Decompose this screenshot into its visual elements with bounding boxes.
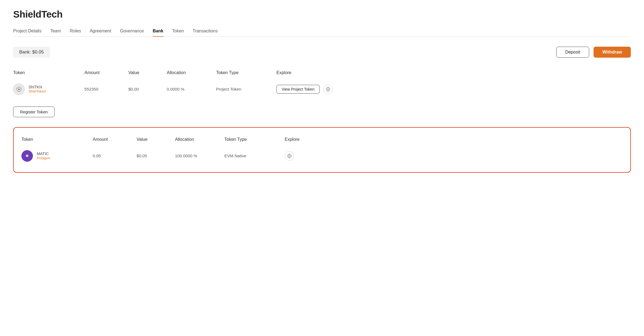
tab-governance[interactable]: Governance [120, 29, 144, 37]
tab-token[interactable]: Token [172, 29, 184, 37]
col-header-amount: Amount [84, 68, 128, 80]
col-header-allocation: Allocation [167, 68, 216, 80]
col-header-explore-2: Explore [285, 134, 623, 146]
token-name-shie: ShieToken [29, 89, 46, 93]
tabs-nav: Project Details Team Roles Agreement Gov… [13, 29, 631, 37]
token-icon-matic [21, 150, 33, 162]
table-row: ShiTKN ShieToken 552350 $0.00 0.0000 % P… [13, 80, 631, 99]
token-symbol-shie: ShiTKN [29, 85, 46, 89]
col-header-token-2: Token [21, 134, 93, 146]
tab-transactions[interactable]: Transactions [193, 29, 218, 37]
tab-project-details[interactable]: Project Details [13, 29, 41, 37]
col-header-amount-2: Amount [93, 134, 137, 146]
tab-bank[interactable]: Bank [153, 29, 163, 37]
svg-point-1 [18, 88, 20, 90]
top-token-table: Token Amount Value Allocation Token Type… [13, 68, 631, 99]
token-name-matic: Polygon [37, 156, 50, 160]
token-allocation-matic: 100.0000 % [175, 146, 224, 166]
table-row: MATIC Polygon 0.05 $0.05 100.0000 % EVM … [21, 146, 623, 166]
token-name-block-shie: ShiTKN ShieToken [29, 85, 46, 93]
col-header-explore: Explore [276, 68, 631, 80]
token-amount-matic: 0.05 [93, 146, 137, 166]
tab-roles[interactable]: Roles [70, 29, 81, 37]
bank-actions: Deposit Withdraw [556, 47, 631, 58]
token-value-shie: $0.00 [128, 80, 167, 99]
token-type-shie: Project Token [216, 80, 276, 99]
deposit-button[interactable]: Deposit [556, 47, 589, 58]
token-cell-matic: MATIC Polygon [21, 150, 93, 162]
token-name-block-matic: MATIC Polygon [37, 152, 50, 160]
tab-team[interactable]: Team [50, 29, 61, 37]
col-header-tokentype: Token Type [216, 68, 276, 80]
token-explore-shie: View Project Token [276, 80, 631, 99]
highlighted-token-section: Token Amount Value Allocation Token Type… [13, 127, 631, 173]
explore-icon-shie[interactable] [323, 85, 333, 94]
withdraw-button[interactable]: Withdraw [594, 47, 631, 58]
token-symbol-matic: MATIC [37, 152, 50, 156]
bottom-token-table: Token Amount Value Allocation Token Type… [21, 134, 623, 166]
token-cell-shie: ShiTKN ShieToken [13, 83, 84, 95]
app-title: ShieldTech [13, 9, 631, 20]
col-header-value: Value [128, 68, 167, 80]
explore-icon-matic[interactable] [285, 151, 294, 161]
col-header-value-2: Value [137, 134, 175, 146]
bank-header: Bank: $0.05 Deposit Withdraw [13, 47, 631, 58]
token-amount-shie: 552350 [84, 80, 128, 99]
bank-balance: Bank: $0.05 [13, 47, 50, 58]
col-header-allocation-2: Allocation [175, 134, 224, 146]
register-token-button[interactable]: Register Token [13, 107, 55, 117]
token-explore-matic [285, 146, 623, 166]
token-value-matic: $0.05 [137, 146, 175, 166]
tab-agreement[interactable]: Agreement [90, 29, 111, 37]
token-type-matic: EVM Native [224, 146, 285, 166]
col-header-token: Token [13, 68, 84, 80]
token-allocation-shie: 0.0000 % [167, 80, 216, 99]
view-project-token-button[interactable]: View Project Token [276, 85, 320, 94]
col-header-tokentype-2: Token Type [224, 134, 285, 146]
token-icon-shie [13, 83, 25, 95]
